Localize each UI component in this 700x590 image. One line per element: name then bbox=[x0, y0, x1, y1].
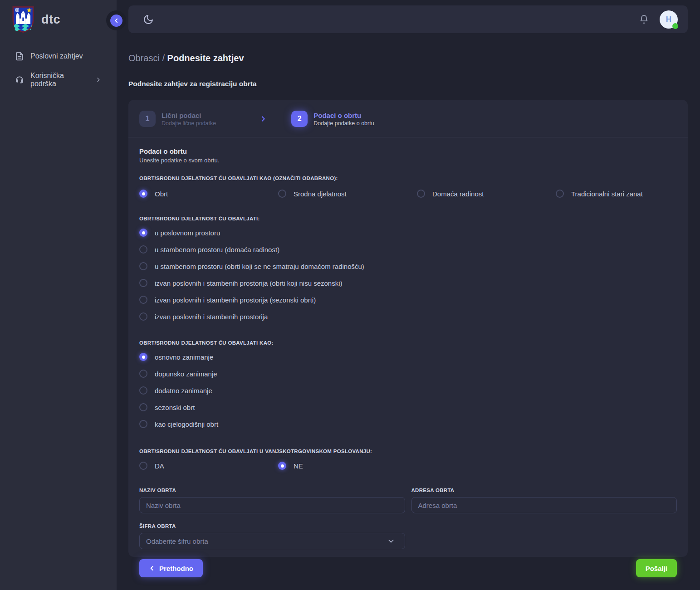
radio[interactable] bbox=[139, 245, 147, 254]
breadcrumb-parent[interactable]: Obrasci / bbox=[128, 53, 165, 63]
chevron-down-icon bbox=[387, 537, 395, 545]
step-2-subtitle: Dodajte podatke o obrtu bbox=[313, 120, 374, 127]
naziv-obrta-input[interactable] bbox=[139, 497, 405, 513]
radio-option-izvan-prostorija[interactable]: izvan poslovnih i stambenih prostorija bbox=[139, 311, 677, 322]
select-placeholder: Odaberite šifru obrta bbox=[146, 537, 208, 545]
document-icon bbox=[15, 52, 24, 61]
moon-icon[interactable] bbox=[143, 14, 154, 25]
radio[interactable] bbox=[139, 262, 147, 270]
city-coat-of-arms-icon bbox=[11, 5, 35, 34]
logo-text: dtc bbox=[41, 13, 60, 27]
step-wizard: 1 Lični podaci Dodajte lične podatke 2 P… bbox=[139, 111, 677, 127]
group-label: OBRT/SRODNU DJELATNOST ĆU OBAVLJATI KAO: bbox=[139, 340, 677, 346]
avatar-initial: H bbox=[666, 15, 671, 24]
form-heading: Podaci o obrtu bbox=[139, 147, 677, 155]
sidebar: dtc Poslovni zahtjev Korisnička podrška bbox=[0, 0, 117, 590]
group-label: OBRT/SRODNU DJELATNOST ĆU OBAVLJATI: bbox=[139, 216, 677, 221]
radio-option-dopunsko-zanimanje[interactable]: dopunsko zanimanje bbox=[139, 368, 677, 379]
field-adresa-obrta: ADRESA OBRTA bbox=[411, 488, 677, 513]
step-2-title: Podaci o obrtu bbox=[313, 112, 374, 119]
submit-button[interactable]: Pošalji bbox=[636, 559, 677, 577]
radio[interactable] bbox=[556, 190, 564, 198]
radio[interactable] bbox=[278, 190, 286, 198]
chevron-left-icon bbox=[149, 565, 155, 571]
radio-option-stambeni-domaca[interactable]: u stambenom prostoru (domaća radinost) bbox=[139, 244, 677, 255]
radio-option-domaca-radinost[interactable]: Domaća radinost bbox=[417, 188, 556, 199]
radio[interactable] bbox=[139, 403, 147, 411]
sifra-obrta-select[interactable]: Odaberite šifru obrta bbox=[139, 533, 405, 549]
chevron-left-icon bbox=[113, 18, 119, 24]
group-label: OBRT/SRODNU DJELATNOST ĆU OBAVLJATI U VA… bbox=[139, 449, 677, 454]
main-content: H Obrasci / Podnesite zahtjev Podnesite … bbox=[117, 0, 700, 590]
radio-group-djelatnost-kao: OBRT/SRODNU DJELATNOST ĆU OBAVLJATI KAO … bbox=[139, 176, 677, 199]
online-status-dot bbox=[672, 23, 678, 29]
form-actions: Prethodno Pošalji bbox=[139, 559, 677, 577]
radio[interactable] bbox=[139, 312, 147, 321]
radio[interactable] bbox=[139, 279, 147, 287]
radio-option-cjelogodisnji-obrt[interactable]: kao cjelogodišnji obrt bbox=[139, 419, 677, 429]
radio[interactable] bbox=[139, 420, 147, 428]
adresa-obrta-input[interactable] bbox=[411, 497, 677, 513]
sidebar-item-label: Korisnička podrška bbox=[30, 72, 89, 88]
breadcrumb: Obrasci / Podnesite zahtjev bbox=[128, 53, 688, 63]
topbar: H bbox=[128, 5, 688, 33]
page-title: Podnesite zahtjev za registraciju obrta bbox=[128, 80, 688, 88]
step-2-badge: 2 bbox=[291, 111, 308, 127]
field-label: NAZIV OBRTA bbox=[139, 488, 405, 493]
sidebar-collapse-button[interactable] bbox=[110, 15, 122, 27]
headset-icon bbox=[15, 75, 24, 84]
previous-button[interactable]: Prethodno bbox=[139, 559, 203, 577]
step-1-badge: 1 bbox=[139, 111, 156, 127]
fields-row: NAZIV OBRTA ADRESA OBRTA bbox=[139, 488, 677, 513]
breadcrumb-current: Podnesite zahtjev bbox=[167, 53, 244, 63]
radio[interactable] bbox=[139, 462, 147, 470]
divider bbox=[128, 137, 688, 137]
radio-selected[interactable] bbox=[139, 229, 147, 237]
field-label: ADRESA OBRTA bbox=[411, 488, 677, 493]
sidebar-collapse-ring bbox=[106, 10, 126, 30]
user-avatar[interactable]: H bbox=[660, 10, 678, 29]
radio-selected[interactable] bbox=[139, 353, 147, 361]
field-sifra-obrta: ŠIFRA OBRTA Odaberite šifru obrta bbox=[139, 523, 405, 549]
field-label: ŠIFRA OBRTA bbox=[139, 523, 405, 529]
radio[interactable] bbox=[139, 370, 147, 378]
step-1-subtitle: Dodajte lične podatke bbox=[162, 120, 216, 127]
radio-option-srodna-djelatnost[interactable]: Srodna djelatnost bbox=[278, 188, 417, 199]
group-label: OBRT/SRODNU DJELATNOST ĆU OBAVLJATI KAO … bbox=[139, 176, 677, 181]
radio-group-zanimanje: OBRT/SRODNU DJELATNOST ĆU OBAVLJATI KAO:… bbox=[139, 340, 677, 429]
radio-selected[interactable] bbox=[139, 190, 147, 198]
sidebar-item-korisnicka-podrska[interactable]: Korisnička podrška bbox=[0, 66, 117, 93]
radio-option-obrt[interactable]: Obrt bbox=[139, 188, 278, 199]
radio-option-stambeni-ne-domaca[interactable]: u stambenom prostoru (obrti koji se ne s… bbox=[139, 261, 677, 272]
wizard-step-2[interactable]: 2 Podaci o obrtu Dodajte podatke o obrtu bbox=[291, 111, 374, 127]
chevron-right-icon bbox=[259, 115, 267, 122]
sidebar-menu: Poslovni zahtjev Korisnička podrška bbox=[0, 46, 117, 93]
radio[interactable] bbox=[139, 386, 147, 395]
radio-option-ne[interactable]: NE bbox=[278, 460, 677, 471]
sidebar-item-poslovni-zahtjev[interactable]: Poslovni zahtjev bbox=[0, 46, 117, 66]
field-naziv-obrta: NAZIV OBRTA bbox=[139, 488, 405, 513]
step-1-title: Lični podaci bbox=[162, 112, 216, 119]
form-subheading: Unesite podatke o svom obrtu. bbox=[139, 157, 677, 164]
radio-option-sezonski-obrt[interactable]: sezonski obrt bbox=[139, 402, 677, 413]
radio-group-vanjskotrgovinsko: OBRT/SRODNU DJELATNOST ĆU OBAVLJATI U VA… bbox=[139, 449, 677, 471]
radio-selected[interactable] bbox=[278, 462, 286, 470]
logo[interactable]: dtc bbox=[0, 0, 117, 34]
radio[interactable] bbox=[417, 190, 425, 198]
chevron-right-icon bbox=[95, 77, 101, 83]
radio-option-poslovni-prostor[interactable]: u poslovnom prostoru bbox=[139, 227, 677, 238]
radio-option-izvan-sezonski[interactable]: izvan poslovnih i stambenih prostorija (… bbox=[139, 294, 677, 305]
radio-option-tradicionalni-stari-zanat[interactable]: Tradicionalni stari zanat bbox=[556, 188, 677, 199]
bell-icon[interactable] bbox=[639, 15, 649, 24]
wizard-step-1[interactable]: 1 Lični podaci Dodajte lične podatke bbox=[139, 111, 216, 127]
radio-group-mjesto-obavljanja: OBRT/SRODNU DJELATNOST ĆU OBAVLJATI: u p… bbox=[139, 216, 677, 322]
radio-option-osnovno-zanimanje[interactable]: osnovno zanimanje bbox=[139, 351, 677, 362]
form-card: 1 Lični podaci Dodajte lične podatke 2 P… bbox=[128, 100, 688, 557]
radio-option-dodatno-zanimanje[interactable]: dodatno zanimanje bbox=[139, 385, 677, 396]
sidebar-item-label: Poslovni zahtjev bbox=[30, 52, 83, 60]
radio[interactable] bbox=[139, 296, 147, 304]
radio-option-izvan-nisu-sezonski[interactable]: izvan poslovnih i stambenih prostorija (… bbox=[139, 278, 677, 288]
radio-option-da[interactable]: DA bbox=[139, 460, 278, 471]
